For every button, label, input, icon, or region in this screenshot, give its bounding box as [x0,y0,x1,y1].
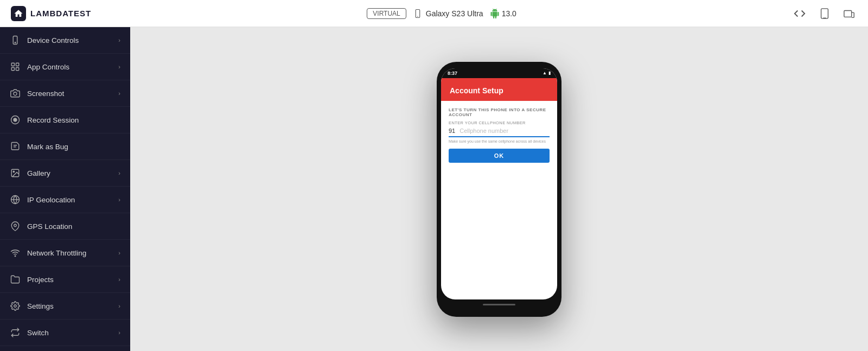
logo-icon [11,6,26,21]
header-right [792,6,857,21]
sidebar-label-mark-as-bug: Mark as Bug [27,143,68,151]
status-time: 8:37 [448,71,457,76]
brand-name: LAMBDATEST [30,9,91,18]
chevron-icon: › [118,63,120,70]
svg-point-20 [14,305,17,308]
phone-country-code: 91 [449,127,455,134]
status-icons: ▲ ▮ [542,71,551,75]
switch-icon [10,327,21,338]
svg-point-6 [15,42,16,43]
svg-point-11 [14,92,17,95]
chevron-icon: › [118,329,120,336]
device-controls-icon [10,35,21,46]
chevron-icon: › [118,276,120,283]
home-bar-line [483,304,515,305]
settings-icon [10,301,21,311]
svg-point-13 [14,118,17,122]
sidebar-label-settings: Settings [27,302,54,310]
svg-rect-10 [16,68,19,71]
phone-screen: 8:37 ▲ ▮ Account Setup LET'S TURN THIS P… [441,68,557,299]
phone-app-header: Account Setup [441,78,557,101]
svg-rect-7 [11,63,14,66]
sidebar-item-screenshot[interactable]: Screenshot › [0,80,130,107]
battery-icon: ▮ [548,71,551,75]
sidebar-label-gps-location: GPS Location [27,222,72,231]
main-layout: Device Controls › App Controls › Screens… [0,27,868,351]
phone-app-body: LET'S TURN THIS PHONE INTO A SECURE ACCO… [441,101,557,299]
chevron-icon: › [118,303,120,309]
device-frame-icon[interactable] [817,6,832,21]
header-left: LAMBDATEST [11,6,91,21]
sidebar-label-device-controls: Device Controls [27,36,79,44]
sidebar-label-projects: Projects [27,276,54,284]
app-controls-icon [10,61,21,72]
gallery-icon [10,168,21,178]
phone-hint: Make sure you use the same cellphone acr… [449,139,550,143]
svg-point-19 [15,256,16,257]
chevron-icon: › [118,170,120,176]
phone-app-title: Account Setup [450,86,503,95]
phone-app-subtitle: LET'S TURN THIS PHONE INTO A SECURE ACCO… [449,107,550,117]
phone-mockup: 8:37 ▲ ▮ Account Setup LET'S TURN THIS P… [437,62,561,317]
svg-point-1 [417,16,418,17]
sidebar-label-network-throttling: Network Throttling [27,249,86,257]
svg-rect-2 [821,8,828,18]
sidebar-label-gallery: Gallery [27,169,50,177]
sidebar-label-switch: Switch [27,329,49,337]
phone-statusbar: 8:37 ▲ ▮ [441,68,557,78]
chevron-icon: › [118,250,120,256]
sidebar-item-settings[interactable]: Settings › [0,293,130,320]
sidebar-item-gps-location[interactable]: GPS Location [0,213,130,240]
phone-home-bar [441,299,557,310]
phone-field-label: ENTER YOUR CELLPHONE NUMBER [449,120,550,125]
header-center: VIRTUAL Galaxy S23 Ultra 13.0 [367,8,516,19]
phone-input-row: 91 Cellphone number [449,127,550,137]
sidebar-item-end-session[interactable]: End Session [0,346,130,351]
sidebar-item-app-controls[interactable]: App Controls › [0,54,130,80]
code-icon[interactable] [792,6,807,21]
svg-rect-8 [16,63,19,66]
sidebar-item-ip-geolocation[interactable]: IP Geolocation › [0,187,130,213]
sidebar-label-app-controls: App Controls [27,63,69,71]
phone-placeholder: Cellphone number [459,127,508,134]
wifi-icon: ▲ [542,71,547,75]
virtual-badge: VIRTUAL [367,8,406,19]
gps-location-icon [10,221,21,232]
screenshot-icon [10,88,21,99]
sidebar-item-network-throttling[interactable]: Network Throttling › [0,240,130,266]
projects-icon [10,274,21,285]
ip-geolocation-icon [10,194,21,205]
svg-point-18 [14,224,17,227]
sidebar-item-mark-as-bug[interactable]: Mark as Bug [0,133,130,160]
sidebar-item-record-session[interactable]: Record Session [0,107,130,133]
multi-device-icon[interactable] [842,6,857,21]
sidebar-item-gallery[interactable]: Gallery › [0,160,130,187]
header: LAMBDATEST VIRTUAL Galaxy S23 Ultra 13.0 [0,0,868,27]
chevron-icon: › [118,37,120,43]
sidebar-item-device-controls[interactable]: Device Controls › [0,27,130,54]
svg-rect-9 [11,68,14,71]
sidebar: Device Controls › App Controls › Screens… [0,27,130,351]
android-version-text: 13.0 [502,9,516,18]
chevron-icon: › [118,90,120,97]
sidebar-item-projects[interactable]: Projects › [0,266,130,293]
chevron-icon: › [118,196,120,203]
device-name: Galaxy S23 Ultra [413,9,483,18]
content-area: 8:37 ▲ ▮ Account Setup LET'S TURN THIS P… [130,27,868,351]
device-name-text: Galaxy S23 Ultra [426,9,483,18]
svg-rect-4 [844,10,852,17]
sidebar-label-record-session: Record Session [27,116,79,124]
record-session-icon [10,114,21,125]
network-throttling-icon [10,247,21,258]
svg-point-15 [13,171,14,172]
sidebar-item-switch[interactable]: Switch › [0,320,130,346]
phone-ok-button[interactable]: OK [449,149,550,163]
sidebar-label-ip-geolocation: IP Geolocation [27,196,75,204]
android-version: 13.0 [490,9,516,18]
mark-as-bug-icon [10,141,21,152]
sidebar-label-screenshot: Screenshot [27,90,64,98]
